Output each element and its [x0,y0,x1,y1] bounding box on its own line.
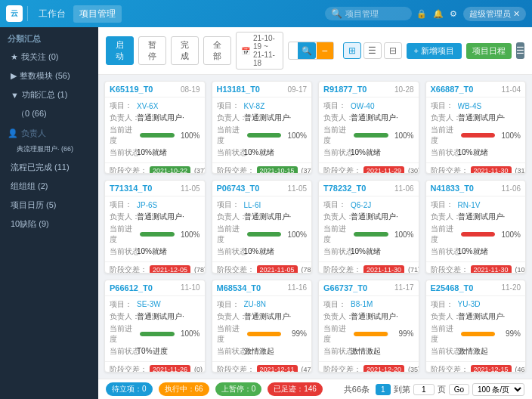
project-card[interactable]: K65119_T0 08-19 项目： XV-6X 负责人： 普通测试用户· 当… [104,81,206,174]
project-card[interactable]: P06743_T0 11-05 项目： LL-6I 负责人： 普通测试用户· 当… [212,180,313,273]
owner-label: 负责人： [110,311,137,322]
sidebar-item-group[interactable]: 组组组 (2) [0,177,98,196]
project-label: 项目： [217,200,244,210]
footer-count: (101) [515,266,526,273]
card-id: T78232_T0 [323,184,366,193]
card-date: 10-28 [394,85,414,94]
user-badge[interactable]: 超级管理员 ✕ [463,7,526,21]
progress-bar-wrap [140,232,175,237]
card-footer: 阶段交差： 2021-12-11 (47) 100% [212,361,312,373]
project-card[interactable]: E25468_T0 11-20 项目： YU-3D 负责人： 普通测试用户· 当… [425,280,527,373]
tab-pause[interactable]: 暂停 [138,36,166,65]
sidebar-item-favorites[interactable]: ★ 我关注 (0) [0,48,98,66]
card-date: 11-16 [287,283,307,292]
tab-complete[interactable]: 完成 [171,36,199,65]
project-card[interactable]: R91877_T0 10-28 项目： OW-40 负责人： 普通测试用户· 当… [318,81,419,174]
card-date: 11-05 [181,184,200,193]
sidebar-item-modules[interactable]: ▶ 整数模块 (56) [0,66,98,85]
sidebar-group-person[interactable]: 👤 负责人 [0,123,98,141]
sidebar-item-calendar[interactable]: 项目日历 (5) [0,196,98,215]
progress-row: 当前进度 100% [323,125,414,146]
card-id: K65119_T0 [110,85,153,94]
footer-label: 阶段交差： [431,264,469,273]
menu-btn[interactable]: ☰ [516,42,524,59]
sidebar-item-defects[interactable]: 10缺陷 (9) [0,215,98,234]
footer-count: (37) [302,167,312,174]
table-view-btn[interactable]: ⊟ [384,42,402,59]
tab-start[interactable]: 启动 [106,36,134,65]
card-body: 项目： RN-1V 负责人： 普通测试用户· 当前进度 100% 当前状态： 1… [426,196,526,261]
project-label: 项目： [110,299,137,310]
grid-view-btn[interactable]: ⊞ [343,42,361,59]
project-schedule-btn[interactable]: 项目日程 [466,43,512,59]
status-paused: 上暂停：0 [215,382,262,396]
date-range[interactable]: 📅 21-10-19 ~ 21-11-18 [236,32,283,70]
go-btn[interactable]: Go [449,384,469,395]
footer-count: (35) [408,366,419,373]
project-card[interactable]: N41833_T0 11-06 项目： RN-1V 负责人： 普通测试用户· 当… [425,180,527,273]
card-owner-field: 负责人： 普通测试用户· [217,311,308,322]
tab-all[interactable]: 全部 [203,36,231,65]
top-search-bar[interactable]: 🔍 [325,7,412,20]
sidebar-item-sub1[interactable]: （0 (66) [6,104,98,123]
progress-pct: 100% [498,131,521,140]
add-project-btn[interactable]: + 新增项目 [407,43,462,59]
progress-bar-fill [140,332,175,336]
project-card[interactable]: X66887_T0 11-04 项目： WB-4S 负责人： 普通测试用户· 当… [425,81,527,174]
status-value: 激情激起 [458,346,521,357]
status-value: 激情激起 [244,346,308,357]
nav-project-mgmt[interactable]: 项目管理 [73,5,122,23]
card-project-field: 项目： WB-4S [431,101,521,111]
sidebar-item-complete[interactable]: 流程已完成 (11) [0,158,98,177]
status-label: 当前状态： [110,147,137,158]
lock-icon[interactable]: 🔒 [416,9,427,19]
status-done: 已足迹：146 [268,382,323,396]
top-search-input[interactable] [345,9,406,18]
progress-label: 当前进度 [110,224,137,245]
page-input[interactable] [413,384,435,395]
search-icon: 🔍 [331,8,342,19]
bell-icon[interactable]: 🔔 [433,9,444,19]
footer-count: (71) [408,266,419,273]
per-page-select[interactable]: 100 条/页 50 条/页 20 条/页 [472,383,524,396]
footer-label: 阶段交差： [431,364,469,373]
card-header: H13181_T0 09-17 [212,82,312,97]
page-1-btn[interactable]: 1 [376,384,391,395]
project-card[interactable]: T71314_T0 11-05 项目： JP-6S 负责人： 普通测试用户· 当… [104,180,206,273]
footer-label: 阶段交差： [110,165,147,174]
card-id: E25468_T0 [431,283,474,292]
project-card[interactable]: M68534_T0 11-16 项目： ZU-8N 负责人： 普通测试用户· 当… [212,280,313,373]
progress-label: 当前进度 [110,125,137,146]
project-value: SE-3W [137,300,200,308]
card-status-field: 当前状态： T0%进度 [110,346,200,357]
footer-date: 2021-12-20 [363,365,404,373]
sidebar-item-owner[interactable]: 典流理服用户· (66) [6,141,98,158]
project-card[interactable]: G66737_T0 11-17 项目： B8-1M 负责人： 普通测试用户· 当… [318,280,419,373]
filter-minus-btn[interactable]: − [317,42,333,59]
card-project-field: 项目： RN-1V [431,200,521,210]
project-card[interactable]: H13181_T0 09-17 项目： KV-8Z 负责人： 普通测试用户· 当… [212,81,313,174]
project-label: 项目： [323,299,351,310]
footer-count: (31) [515,167,526,174]
list-view-btn[interactable]: ☰ [363,42,382,59]
card-status-field: 当前状态： 激情激起 [323,346,414,357]
card-project-field: 项目： KV-8Z [217,101,308,111]
search-btn[interactable]: 🔍 [298,42,316,59]
status-label: 当前状态： [323,346,351,357]
search-field[interactable] [289,45,298,57]
footer-date: 2021-10-15 [257,166,298,174]
owner-value: 普通测试用户· [351,113,414,123]
progress-row: 当前进度 99% [431,323,521,345]
nav-workbench[interactable]: 工作台 [32,5,72,23]
owner-value: 普通测试用户· [137,311,200,322]
project-card[interactable]: P66612_T0 11-10 项目： SE-3W 负责人： 普通测试用户· 当… [104,280,206,373]
toolbar: 启动 暂停 完成 全部 📅 21-10-19 ~ 21-11-18 🔍 − ⊞ … [98,27,532,75]
card-body: 项目： KV-8Z 负责人： 普通测试用户· 当前进度 100% 当前状态： 1… [212,97,312,162]
gear-icon[interactable]: ⚙ [450,9,457,19]
owner-label: 负责人： [431,212,458,222]
card-owner-field: 负责人： 普通测试用户· [431,113,521,123]
progress-bar-wrap [461,133,496,138]
sidebar-item-features[interactable]: ▼ 功能汇总 (1) [0,85,98,104]
status-value: 10%就绪 [137,147,200,158]
project-card[interactable]: T78232_T0 11-06 项目： Q6-2J 负责人： 普通测试用户· 当… [318,180,419,273]
